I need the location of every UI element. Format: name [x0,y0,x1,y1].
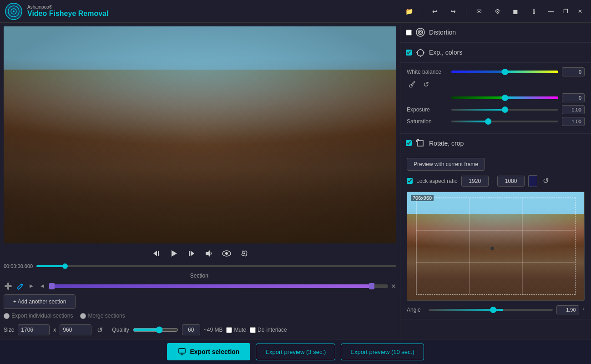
volume-btn[interactable] [203,248,215,259]
deinterlace-option[interactable]: De-interlace [250,327,287,333]
section-prev-btn[interactable] [38,282,46,290]
section-thumb-right[interactable] [369,283,374,289]
export-selection-label: Export selection [190,348,239,355]
redo-btn[interactable]: ↪ [446,4,460,19]
export-individual-option[interactable]: Export individual sections [4,313,73,319]
quality-value-input[interactable] [182,324,200,335]
svg-rect-6 [158,251,159,256]
settings-btn[interactable]: ⚙ [490,4,505,19]
prev-frame-btn[interactable] [150,248,162,259]
deinterlace-checkbox[interactable] [250,327,256,333]
video-controls [4,243,396,262]
mute-checkbox[interactable] [226,327,232,333]
size-reset-btn[interactable]: ↺ [95,325,105,335]
width-input[interactable] [18,324,50,335]
aspect-width-input[interactable] [461,176,489,187]
email-btn[interactable]: ✉ [472,4,486,19]
angle-slider[interactable] [429,309,553,311]
exp-colors-checkbox[interactable] [406,50,412,56]
angle-value[interactable] [556,305,579,314]
next-frame-btn[interactable] [186,248,197,259]
export-individual-label: Export individual sections [11,313,73,319]
export-preview-3s-btn[interactable]: Export preview (3 sec.) [256,344,335,360]
exposure-row: Exposure [407,105,585,114]
lock-aspect-checkbox[interactable] [407,178,413,184]
svg-point-26 [409,85,412,87]
distortion-checkbox[interactable] [406,30,412,35]
wb-reset-btn[interactable]: ↺ [421,79,431,90]
merge-sections-label: Merge sections [88,313,125,319]
svg-marker-16 [30,284,33,288]
export-selection-btn[interactable]: Export selection [167,343,250,360]
white-balance-green-value[interactable] [562,93,585,102]
height-input[interactable] [60,324,91,335]
play-btn[interactable] [167,247,180,260]
section-close-btn[interactable]: ✕ [391,283,396,290]
aspect-height-input[interactable] [497,176,525,187]
exposure-slider[interactable] [451,109,558,111]
exp-colors-title: Exp., colors [429,49,586,56]
svg-rect-15 [7,283,9,290]
section-edit-btn[interactable] [15,282,25,291]
mute-option[interactable]: Mute [226,327,246,333]
exp-colors-header[interactable]: Exp., colors [400,43,591,62]
distortion-header[interactable]: Distortion [400,23,591,42]
merge-sections-option[interactable]: Merge sections [80,313,125,319]
window-controls: — ❐ ✕ [545,5,586,18]
section-thumb-left[interactable] [49,283,55,289]
aspect-reset-btn[interactable]: ↺ [541,176,551,186]
distortion-title: Distortion [429,29,586,36]
section-track[interactable] [49,284,388,288]
saturation-slider[interactable] [451,121,558,122]
degree-symbol: ° [583,307,585,313]
white-balance-label: White balance [407,69,448,75]
section-label: Section: [4,271,396,280]
svg-rect-9 [189,251,190,256]
wrench-btn[interactable] [238,248,250,259]
crop-preview[interactable]: 706x960 [407,192,585,301]
rotate-crop-header[interactable]: Rotate, crop [400,134,591,153]
section-next-btn[interactable] [27,282,35,290]
eyedropper-btn[interactable] [407,79,418,90]
app-logo [5,2,23,20]
minimize-btn[interactable]: — [545,5,557,18]
app-brand: Ashampoo® [27,5,402,10]
svg-point-13 [243,253,245,254]
quality-slider[interactable] [133,326,178,334]
close-btn[interactable]: ✕ [574,5,586,18]
separator [422,6,422,17]
open-folder-btn[interactable]: 📁 [402,4,416,19]
white-balance-blue-slider[interactable] [451,71,558,73]
undo-btn[interactable]: ↩ [428,4,442,19]
saturation-label: Saturation [407,118,448,125]
quality-label: Quality [112,327,129,333]
rotate-crop-content: Preview with current frame Lock aspect r… [400,153,591,319]
svg-marker-17 [40,284,44,288]
saturation-value[interactable] [562,117,585,126]
white-balance-green-slider[interactable] [451,96,558,99]
merge-sections-radio[interactable] [80,313,86,319]
video-placeholder [4,26,396,243]
add-section-btn[interactable]: + Add another section [4,294,76,309]
timeline-thumb[interactable] [62,263,68,269]
svg-rect-4 [4,26,396,243]
theme-btn[interactable]: ◼ [508,4,523,19]
timeline-track[interactable] [36,265,396,267]
rotate-crop-checkbox[interactable] [406,140,412,146]
white-balance-blue-value[interactable] [562,67,585,76]
restore-btn[interactable]: ❐ [559,5,572,18]
crop-grid [416,197,575,295]
video-area [4,26,396,243]
titlebar-actions: 📁 ↩ ↪ ✉ ⚙ ◼ ℹ [402,4,541,19]
export-preview-10s-btn[interactable]: Export preview (10 sec.) [341,344,424,360]
section-add-icon-btn[interactable] [4,282,13,291]
eye-btn[interactable] [220,248,233,259]
exp-colors-content: White balance ↺ Exposure [400,63,591,133]
angle-label: Angle [407,307,425,313]
info-btn[interactable]: ℹ [526,4,541,19]
preview-frame-btn[interactable]: Preview with current frame [407,158,485,171]
export-individual-radio[interactable] [4,313,10,319]
svg-rect-29 [179,349,185,353]
exposure-value[interactable] [562,105,585,114]
aspect-color-picker[interactable] [528,175,537,187]
